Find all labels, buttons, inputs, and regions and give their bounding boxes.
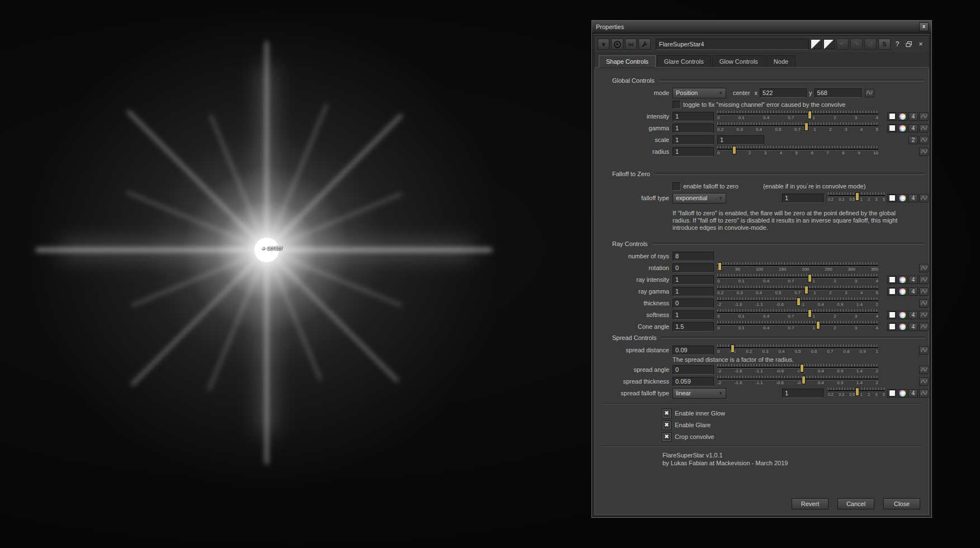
slider-handle[interactable] <box>797 297 801 306</box>
cone-angle-slider[interactable]: 00.10.40.71234 <box>717 321 878 332</box>
radius-input[interactable] <box>673 147 714 157</box>
slider-handle[interactable] <box>802 376 806 384</box>
slider-handle[interactable] <box>718 262 722 271</box>
falloff-exponent-input[interactable] <box>782 193 823 203</box>
revert-icon-button[interactable]: ↺ <box>864 39 877 50</box>
animation-curve-button[interactable] <box>919 287 929 296</box>
enable-falloff-checkbox[interactable] <box>673 182 681 191</box>
channels-button[interactable]: 4 <box>908 287 918 296</box>
enable-inner-glow-checkbox[interactable]: ✖ <box>662 409 671 418</box>
channel-b-icon[interactable] <box>823 39 835 49</box>
scale-x-input[interactable] <box>673 135 714 145</box>
color-swatch-button[interactable] <box>887 287 897 296</box>
spread-angle-slider[interactable]: -2-1.6-1.1-0.6-0.10.40.91.42 <box>717 364 878 375</box>
slider-handle[interactable] <box>816 321 820 329</box>
animation-curve-button[interactable] <box>919 299 929 308</box>
tab-shape-controls[interactable]: Shape Controls <box>599 55 656 68</box>
radius-slider[interactable]: 012345678910 <box>717 146 878 157</box>
softness-input[interactable] <box>673 310 714 320</box>
channels-button[interactable]: 2 <box>908 136 918 144</box>
center-animation-curve-button[interactable] <box>865 89 874 97</box>
position-crosshair-icon[interactable]: + <box>262 245 265 251</box>
spread-thickness-slider[interactable]: -2-1.6-1.1-0.6-0.10.40.91.42 <box>717 376 878 387</box>
close-button[interactable]: Close <box>883 498 920 509</box>
ray-gamma-input[interactable] <box>673 287 714 296</box>
enable-glare-checkbox[interactable]: ✖ <box>662 421 671 429</box>
animation-curve-button[interactable] <box>919 194 929 202</box>
animation-curve-button[interactable] <box>919 389 929 398</box>
channels-button[interactable]: 4 <box>908 389 918 398</box>
falloff-type-dropdown[interactable]: exponential▼ <box>673 193 726 204</box>
animation-curve-button[interactable] <box>919 311 929 319</box>
spread-falloff-input[interactable] <box>782 389 823 398</box>
close-properties-button[interactable]: × <box>916 39 926 49</box>
animation-curve-button[interactable] <box>919 377 929 386</box>
color-wheel-button[interactable] <box>898 323 907 331</box>
spread-falloff-slider[interactable]: 0.20.30.51235 <box>828 388 885 399</box>
color-swatch-button[interactable] <box>887 323 897 331</box>
slider-handle[interactable] <box>804 122 808 131</box>
channels-button[interactable]: 4 <box>908 323 918 331</box>
rotation-input[interactable] <box>673 263 714 273</box>
tab-glow-controls[interactable]: Glow Controls <box>712 55 765 67</box>
color-wheel-button[interactable] <box>898 124 907 133</box>
cone-angle-input[interactable] <box>673 322 714 332</box>
redo-button[interactable]: ↷ <box>850 39 863 50</box>
collapse-panel-button[interactable]: ▼ <box>598 39 609 50</box>
slider-handle[interactable] <box>808 111 812 119</box>
number-of-rays-input[interactable] <box>673 252 714 261</box>
color-swatch-button[interactable] <box>887 311 897 319</box>
node-glyph-button[interactable]: ⋈ <box>625 39 637 50</box>
spread-angle-input[interactable] <box>673 365 714 375</box>
ray-gamma-slider[interactable]: 0.20.30.40.50.712345 <box>717 286 878 297</box>
mode-dropdown[interactable]: Position▼ <box>673 88 726 98</box>
slider-handle[interactable] <box>800 364 804 372</box>
color-swatch-button[interactable] <box>887 124 897 133</box>
animation-curve-button[interactable] <box>919 112 929 121</box>
gamma-slider[interactable]: 0.20.30.40.50.712345 <box>717 122 878 134</box>
center-x-input[interactable] <box>760 88 807 98</box>
channels-button[interactable]: 4 <box>908 311 918 319</box>
animation-curve-button[interactable] <box>919 366 929 374</box>
slider-handle[interactable] <box>808 309 812 318</box>
center-y-input[interactable] <box>815 88 861 98</box>
node-name-input[interactable] <box>656 39 809 50</box>
falloff-exponent-slider[interactable]: 0.20.30.51235 <box>828 192 885 204</box>
color-wheel-button[interactable] <box>898 112 907 121</box>
animation-curve-button[interactable] <box>919 346 929 355</box>
flare-center-handle[interactable]: + center <box>262 245 282 251</box>
script-button[interactable]: S <box>878 39 891 50</box>
window-close-button[interactable]: x <box>919 22 929 31</box>
animation-curve-button[interactable] <box>919 264 929 272</box>
gamma-input[interactable] <box>673 124 714 133</box>
slider-handle[interactable] <box>855 388 859 396</box>
color-wheel-button[interactable] <box>898 194 907 202</box>
tab-glare-controls[interactable]: Glare Controls <box>657 55 711 67</box>
undo-button[interactable]: ↶ <box>836 39 849 50</box>
wrench-button[interactable] <box>638 39 650 50</box>
slider-handle[interactable] <box>732 146 736 154</box>
ray-intensity-slider[interactable]: 00.10.40.71234 <box>717 274 878 285</box>
spread-distance-slider[interactable]: 00.10.20.30.40.50.60.70.80.91 <box>717 344 878 356</box>
channels-button[interactable]: 4 <box>908 112 918 121</box>
intensity-input[interactable] <box>673 112 714 121</box>
float-window-button[interactable] <box>904 39 914 49</box>
ray-intensity-input[interactable] <box>673 275 714 285</box>
spread-falloff-type-dropdown[interactable]: linear▼ <box>673 388 726 399</box>
animation-curve-button[interactable] <box>919 323 929 331</box>
animation-curve-button[interactable] <box>919 276 929 284</box>
revert-button[interactable]: Revert <box>792 498 828 509</box>
slider-handle[interactable] <box>731 344 735 353</box>
slider-handle[interactable] <box>804 286 808 294</box>
thickness-input[interactable] <box>673 299 714 308</box>
color-wheel-button[interactable] <box>898 276 907 284</box>
color-swatch-button[interactable] <box>887 194 897 202</box>
rotation-slider[interactable]: 050100150200250300350 <box>717 262 878 273</box>
color-swatch-button[interactable] <box>887 276 897 284</box>
softness-slider[interactable]: 00.10.40.71234 <box>717 309 878 320</box>
properties-titlebar[interactable]: Properties x <box>592 21 931 34</box>
intensity-slider[interactable]: 00.10.40.71234 <box>717 111 878 122</box>
crop-convolve-checkbox[interactable]: ✖ <box>662 433 671 441</box>
color-wheel-button[interactable] <box>898 287 907 296</box>
color-swatch-button[interactable] <box>887 112 897 121</box>
